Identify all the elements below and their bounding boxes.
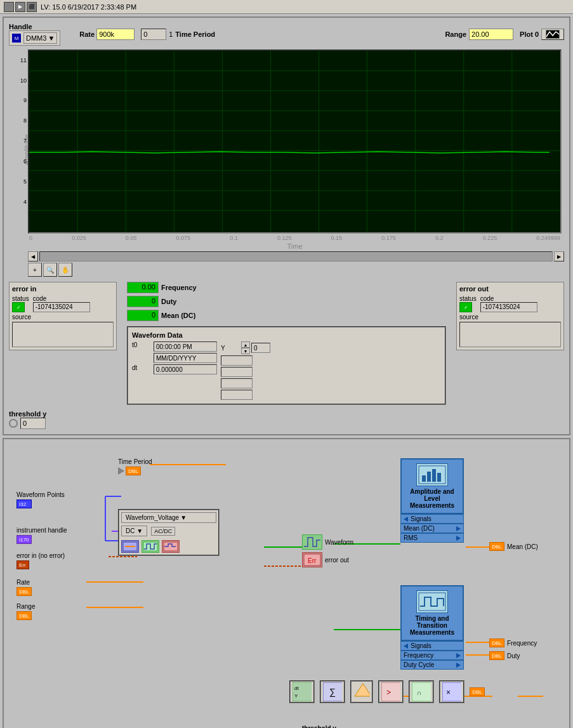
- hand-tool-btn[interactable]: ✋: [58, 263, 72, 277]
- svg-rect-49: [419, 593, 445, 611]
- t0-time[interactable]: 00:00:00 PM: [154, 341, 217, 352]
- y-header: Y ▲ ▼ 0: [221, 341, 270, 354]
- daq-icon-1: [121, 540, 139, 553]
- handle-icon: M: [12, 34, 21, 43]
- threshold-knob[interactable]: [9, 419, 18, 428]
- t0-values: 00:00:00 PM MM/DD/YYYY: [154, 341, 217, 363]
- plot-button[interactable]: [541, 29, 564, 40]
- block-diagram: Time Period DBL Waveform Points I32 Wave…: [3, 438, 570, 728]
- error-in-status-row: status ✓ code -1074135024: [12, 295, 114, 312]
- timing-signals-row: Signals: [400, 641, 464, 651]
- time-period-box[interactable]: 0: [141, 29, 166, 40]
- waveform-out-items: Waveform Err error out: [302, 534, 353, 567]
- wd-right: Y ▲ ▼ 0: [221, 341, 270, 400]
- error-in-terminal-wrap: Err: [16, 560, 65, 569]
- svg-rect-0: [29, 51, 560, 232]
- scroll-left-btn[interactable]: ◀: [28, 251, 38, 261]
- xtick-05: 0.05: [126, 235, 137, 241]
- mean-dc-result-row: DBL Mean (DC): [489, 542, 538, 551]
- ytick-4: 4: [23, 199, 27, 205]
- y-index[interactable]: 0: [251, 343, 270, 353]
- waveform-icon: [302, 534, 322, 550]
- magnify-tool-btn[interactable]: 🔍: [43, 263, 57, 277]
- dropdown-arrow: ▼: [48, 34, 55, 42]
- timing-title: Timing and Transition Measurements: [407, 615, 458, 636]
- xtick-15: 0.15: [331, 235, 343, 241]
- dc-row: DC ▼ AC/DC: [121, 526, 216, 536]
- svg-marker-55: [355, 684, 370, 696]
- ytick-9: 9: [23, 97, 27, 103]
- error-in-box: error in status ✓ code -1074135024 sourc…: [9, 282, 117, 350]
- time-period-terminal-row: DBL: [118, 467, 152, 475]
- plot-section: Plot 0: [520, 29, 564, 40]
- waveform-voltage-label: Waveform_Voltage ▼: [121, 512, 216, 523]
- xtick-2: 0.2: [435, 235, 444, 241]
- mean-dc-value: 0: [127, 310, 159, 321]
- wd-left: t0 00:00:00 PM MM/DD/YYYY dt 0.000000: [132, 341, 217, 400]
- title-bar: ▶ ⬛ LV: 15.0 6/19/2017 2:33:48 PM: [0, 0, 573, 14]
- range-input[interactable]: 20.00: [469, 29, 513, 40]
- instrument-handle-label: instrument handle I170: [16, 527, 67, 544]
- magnify-icon: 🔍: [46, 267, 54, 274]
- error-in-bd-label: error in (no error) Err: [16, 552, 65, 569]
- scroll-track[interactable]: [39, 251, 553, 261]
- handle-box: M DMM3 ▼: [9, 30, 60, 46]
- mean-dc-result: DBL Mean (DC): [489, 542, 538, 551]
- mean-dc-result-dbl: DBL: [489, 542, 504, 551]
- ytick-8: 8: [23, 117, 27, 124]
- svg-text:×: ×: [446, 688, 451, 697]
- frequency-output-row: Frequency: [400, 651, 464, 660]
- freq-result-row: DBL Frequency: [489, 639, 537, 647]
- handle-dropdown[interactable]: DMM3 ▼: [23, 32, 57, 44]
- range-section: Range 20.00: [445, 29, 513, 40]
- daq-icons: [121, 540, 216, 553]
- duty-label: Duty: [161, 298, 176, 305]
- wd-inner: t0 00:00:00 PM MM/DD/YYYY dt 0.000000: [132, 341, 441, 400]
- zoom-tool-btn[interactable]: +: [28, 263, 42, 277]
- y-dn-btn[interactable]: ▼: [241, 348, 250, 354]
- wv-dropdown-arrow: ▼: [180, 514, 187, 521]
- timing-meas-block: Timing and Transition Measurements: [400, 585, 464, 641]
- final-dbl-output: DBL: [470, 687, 485, 696]
- y-val-4: [221, 390, 253, 400]
- rate-bd-label: Rate DBL: [16, 579, 32, 596]
- range-terminal-wrap: DBL: [16, 611, 35, 620]
- amplitude-signals-row: Signals: [400, 514, 464, 524]
- y-values: [221, 355, 270, 400]
- source-label: source: [12, 314, 114, 321]
- frequency-value: 0.00: [127, 282, 159, 293]
- tb-icon-1: [4, 2, 14, 12]
- rate-input[interactable]: 900k: [96, 29, 135, 40]
- scroll-right-btn[interactable]: ▶: [554, 251, 564, 261]
- mean-dc-label: Mean (DC): [161, 312, 195, 319]
- xtick-249: 0.249999: [536, 235, 560, 241]
- threshold-input[interactable]: 0: [20, 418, 46, 429]
- plot-icon: [546, 30, 560, 39]
- mean-dc-result-label: Mean (DC): [507, 543, 538, 550]
- threshold-section: threshold y 0: [9, 410, 564, 429]
- dt-value[interactable]: 0.000000: [154, 364, 217, 374]
- error-in-status: ✓: [12, 302, 25, 312]
- mean-dc-out-arrow: [456, 526, 461, 531]
- amplitude-icon: [416, 463, 448, 486]
- filter-block: ∩: [409, 680, 434, 703]
- y-val-3: [221, 378, 253, 388]
- waveform-data-title: Waveform Data: [132, 331, 441, 339]
- ytick-5: 5: [23, 178, 27, 185]
- handle-section: Handle M DMM3 ▼: [9, 23, 60, 46]
- chart-svg: [29, 51, 560, 232]
- error-out-code-label: code: [480, 295, 537, 302]
- rms-out-arrow: [456, 536, 461, 541]
- acdc-block: AC/DC: [151, 527, 175, 536]
- freq-row: 0.00 Frequency: [127, 282, 446, 293]
- error-out-status-row: status ✓ code -1074135024: [459, 295, 561, 312]
- xtick-0: 0: [29, 235, 32, 241]
- daq-block: Waveform_Voltage ▼ DC ▼ AC/DC: [118, 509, 220, 556]
- lower-section: error in status ✓ code -1074135024 sourc…: [9, 282, 564, 405]
- y-up-btn[interactable]: ▲: [241, 341, 250, 348]
- rms-output-row: RMS: [400, 533, 464, 543]
- xtick-025: 0.025: [72, 235, 86, 241]
- t0-date[interactable]: MM/DD/YYYY: [154, 353, 217, 363]
- range-bd-label: Range DBL: [16, 603, 35, 620]
- duty-result-label: Duty: [507, 652, 520, 659]
